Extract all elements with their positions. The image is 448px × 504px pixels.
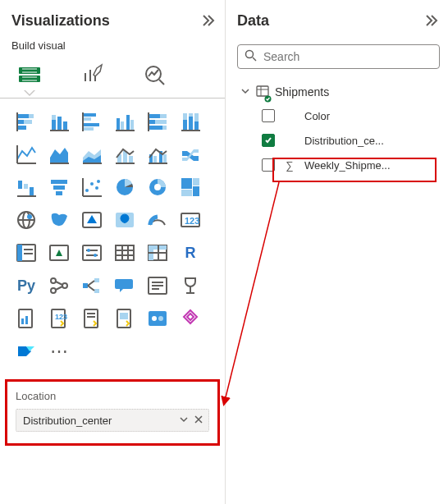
viz-paginated-report-icon[interactable] <box>11 304 41 333</box>
svg-rect-25 <box>121 121 124 130</box>
viz-power-apps-icon[interactable] <box>77 304 107 333</box>
viz-smart-narrative-icon[interactable] <box>143 271 172 300</box>
viz-filled-map-icon[interactable] <box>44 205 74 235</box>
svg-rect-111 <box>94 289 99 293</box>
viz-map-icon[interactable] <box>11 205 41 235</box>
svg-rect-37 <box>183 120 187 130</box>
viz-clustered-bar-icon[interactable] <box>77 107 107 136</box>
chevron-down-icon[interactable] <box>179 415 189 427</box>
collapse-viz-pane-icon[interactable] <box>200 12 217 29</box>
viz-scatter-icon[interactable] <box>77 172 107 202</box>
svg-rect-89 <box>83 245 101 260</box>
viz-goals-icon[interactable] <box>176 271 205 300</box>
viz-card-icon[interactable]: 123 <box>176 205 205 235</box>
viz-q-and-a-icon[interactable] <box>110 271 139 300</box>
viz-python-icon[interactable]: Py <box>11 271 41 300</box>
svg-rect-14 <box>52 120 56 130</box>
search-input[interactable] <box>262 49 432 64</box>
visualizations-title: Visualizations <box>11 12 110 30</box>
svg-rect-30 <box>149 114 160 118</box>
svg-rect-26 <box>126 115 130 130</box>
viz-multi-row-card-icon[interactable] <box>11 238 41 268</box>
svg-line-107 <box>56 282 62 285</box>
svg-rect-16 <box>57 117 62 130</box>
field-color[interactable]: Color <box>237 103 440 128</box>
svg-line-7 <box>159 80 164 85</box>
viz-more-options-icon[interactable]: ⋯ <box>44 337 74 366</box>
viz-shape-map-icon[interactable] <box>110 205 139 235</box>
svg-rect-85 <box>17 245 22 261</box>
field-label: Distribution_ce... <box>304 135 440 147</box>
field-weekly-shipments[interactable]: ∑ Weekly_Shipme... <box>237 153 440 177</box>
table-shipments[interactable]: Shipments <box>237 80 440 103</box>
field-label: Weekly_Shipme... <box>304 159 440 172</box>
svg-rect-9 <box>29 114 34 118</box>
svg-line-113 <box>88 286 94 291</box>
svg-rect-10 <box>17 120 24 124</box>
field-distribution-center[interactable]: Distribution_ce... <box>237 128 440 153</box>
tab-format-visual[interactable] <box>79 62 105 88</box>
svg-rect-58 <box>30 187 34 195</box>
viz-get-more-icon[interactable] <box>176 304 205 333</box>
viz-matrix-icon[interactable] <box>143 238 172 268</box>
checkbox-color[interactable] <box>262 109 275 122</box>
viz-waterfall-icon[interactable] <box>11 172 41 202</box>
location-field-name: Distribution_center <box>23 415 179 427</box>
svg-rect-11 <box>24 120 32 124</box>
field-label: Color <box>304 110 440 122</box>
viz-power-automate-icon[interactable]: 123 <box>44 304 74 333</box>
viz-treemap-icon[interactable] <box>176 172 205 202</box>
viz-stacked-area-icon[interactable] <box>77 140 107 169</box>
viz-slicer-icon[interactable] <box>77 238 107 268</box>
remove-field-icon[interactable] <box>194 415 203 427</box>
viz-key-influencers-icon[interactable] <box>44 271 74 300</box>
viz-donut-icon[interactable] <box>143 172 172 202</box>
svg-rect-21 <box>83 123 99 126</box>
viz-table-icon[interactable] <box>110 238 139 268</box>
viz-funnel-icon[interactable] <box>44 172 74 202</box>
viz-stacked-column-icon[interactable] <box>44 107 74 136</box>
collapse-data-pane-icon[interactable] <box>423 12 440 29</box>
viz-area-icon[interactable] <box>44 140 74 169</box>
svg-rect-41 <box>194 121 199 130</box>
viz-clustered-column-icon[interactable] <box>110 107 139 136</box>
viz-r-visual-icon[interactable]: R <box>176 238 205 268</box>
search-box[interactable] <box>237 44 440 69</box>
viz-pie-icon[interactable] <box>110 172 139 202</box>
checkbox-distribution-center[interactable] <box>262 134 275 147</box>
viz-automate-flow-icon[interactable] <box>11 337 41 366</box>
viz-azure-map-icon[interactable] <box>77 205 107 235</box>
build-visual-subtitle: Build visual <box>11 39 217 52</box>
viz-decomposition-tree-icon[interactable] <box>77 271 107 300</box>
viz-100-stacked-bar-icon[interactable] <box>143 107 172 136</box>
svg-line-112 <box>88 281 94 286</box>
svg-point-92 <box>87 249 90 252</box>
svg-point-66 <box>97 180 100 183</box>
tab-build-visual[interactable] <box>16 62 43 88</box>
data-pane: Data Shipments Color Distr <box>226 0 448 504</box>
tab-analytics[interactable] <box>141 62 167 88</box>
viz-line-icon[interactable] <box>11 140 41 169</box>
svg-point-79 <box>27 214 32 219</box>
svg-rect-49 <box>129 156 133 163</box>
viz-ribbon-icon[interactable] <box>176 140 205 169</box>
viz-line-stacked-column-icon[interactable] <box>110 140 139 169</box>
viz-line-clustered-column-icon[interactable] <box>143 140 172 169</box>
viz-arcgis-icon[interactable] <box>110 304 139 333</box>
viz-stacked-bar-icon[interactable] <box>11 107 41 136</box>
viz-gauge-icon[interactable] <box>143 205 172 235</box>
chevron-down-icon <box>240 86 250 99</box>
location-field-chip[interactable]: Distribution_center <box>16 409 209 432</box>
viz-100-stacked-column-icon[interactable] <box>176 107 205 136</box>
table-icon <box>255 84 270 101</box>
data-pane-title: Data <box>237 12 269 30</box>
viz-kpi-icon[interactable] <box>44 238 74 268</box>
svg-rect-62 <box>56 191 62 195</box>
svg-rect-122 <box>25 316 28 324</box>
checkbox-weekly-shipments[interactable] <box>262 158 275 172</box>
viz-app-source-icon[interactable] <box>143 304 172 333</box>
svg-rect-73 <box>193 178 199 186</box>
svg-rect-60 <box>51 180 67 184</box>
svg-point-105 <box>51 288 56 293</box>
svg-point-106 <box>62 283 67 288</box>
